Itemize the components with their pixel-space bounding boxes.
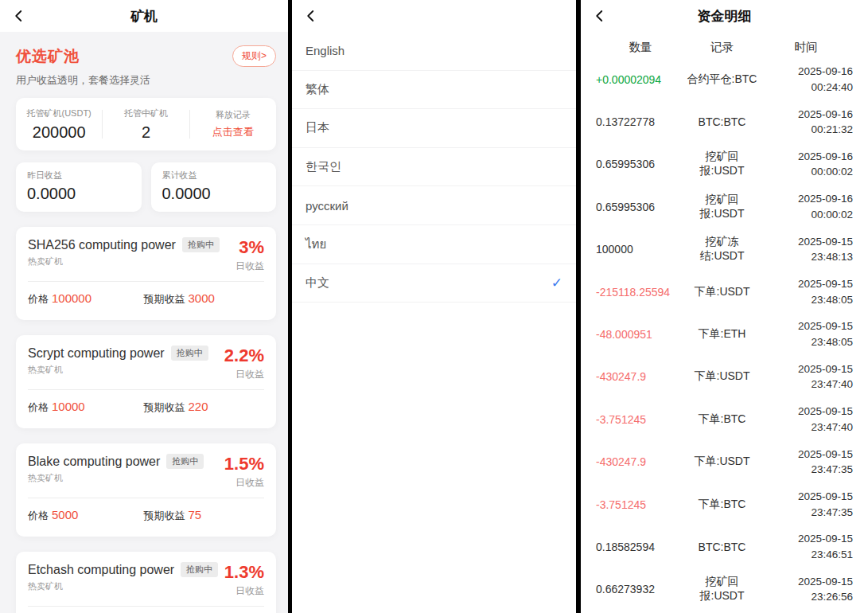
time-value: 2025-09-1523:48:13 [759,234,853,265]
pool-subtitle: 用户收益透明，套餐选择灵活 [16,73,276,88]
time-value: 2025-09-1600:00:02 [759,149,853,180]
clock-text: 00:21:32 [811,123,853,135]
clock-text: 00:00:02 [811,209,853,221]
chevron-left-icon [12,9,26,23]
back-button[interactable] [302,7,320,25]
date-text: 2025-09-16 [798,150,853,162]
daily-rate-value: 3% [235,237,264,258]
table-row: -3.751245 下单:BTC 2025-09-1523:47:35 [581,483,868,525]
mining-product-card[interactable]: Scrypt computing power 抢购中 热卖矿机 2.2% 日收益… [16,335,276,428]
time-value: 2025-09-1600:24:40 [759,64,853,95]
table-row: 0.65995306 挖矿回报:USDT 2025-09-1600:00:02 [581,143,868,185]
amount-value: -430247.9 [596,455,685,468]
language-label: 日本 [306,120,329,135]
amount-value: 0.18582594 [596,541,685,553]
price-value: 5000 [52,508,78,521]
clock-text: 23:47:40 [811,378,853,390]
language-option-traditional-chinese[interactable]: 繁体 [292,71,576,110]
mining-product-card[interactable]: Blake computing power 抢购中 热卖矿机 1.5% 日收益 … [16,443,276,537]
expected-value: 3000 [189,291,215,305]
view-release-record-link[interactable]: 点击查看 [212,125,254,139]
amount-value: -3.751245 [596,498,685,511]
table-row: +0.00002094 合约平仓:BTC 2025-09-1600:24:40 [581,58,868,100]
clock-text: 23:48:13 [811,251,853,263]
date-text: 2025-09-16 [798,65,853,77]
rules-button[interactable]: 规则> [232,45,276,67]
record-value: 挖矿回报:USDT [685,575,759,603]
clock-text: 00:24:40 [811,81,853,93]
amount-value: 0.13722778 [596,115,685,128]
card-divider [28,281,264,282]
three-screen-composite: 矿机 优选矿池 规则> 用户收益透明，套餐选择灵活 托管矿机(USDT) 200… [0,0,868,613]
mining-product-card[interactable]: SHA256 computing power 抢购中 热卖矿机 3% 日收益 价… [16,227,276,320]
back-button[interactable] [10,7,28,25]
product-subtitle: 热卖矿机 [28,580,218,592]
pool-header: 优选矿池 规则> [16,45,276,67]
language-option-english[interactable]: English [292,32,576,71]
table-row: 0.66273932 挖矿回报:USDT 2025-09-1523:26:56 [581,568,868,611]
language-list: English 繁体 日本 한국인 русский ไทย 中文 ✓ [292,32,576,303]
product-name: Scrypt computing power [28,346,165,361]
clock-text: 23:47:35 [811,463,853,475]
record-value: 下单:USDT [685,285,759,299]
status-badge: 抢购中 [182,237,220,252]
record-value: 挖矿回报:USDT [685,193,759,221]
daily-rate-value: 1.5% [224,454,264,474]
yesterday-earnings-card: 昨日收益 0.0000 [16,162,142,212]
record-value: BTC:BTC [685,541,759,553]
language-option-japanese[interactable]: 日本 [292,109,576,148]
amount-value: -215118.25594 [596,286,685,299]
date-text: 2025-09-15 [798,236,853,248]
time-value: 2025-09-1523:26:56 [759,574,853,605]
language-option-thai[interactable]: ไทย [292,225,576,264]
language-label: 中文 [306,275,329,291]
time-value: 2025-09-1523:48:05 [759,276,853,307]
record-value: 合约平仓:BTC [685,72,759,87]
date-text: 2025-09-15 [798,405,853,417]
record-column-header: 记录 [685,40,759,55]
date-text: 2025-09-15 [798,278,853,290]
language-screen: English 繁体 日本 한국인 русский ไทย 中文 ✓ [292,0,576,613]
time-value: 2025-09-1523:46:51 [759,531,853,562]
back-button[interactable] [591,7,609,25]
daily-rate-value: 2.2% [224,346,264,366]
language-option-chinese-selected[interactable]: 中文 ✓ [292,264,576,303]
status-badge: 抢购中 [181,562,218,577]
amount-value: -3.751245 [596,413,685,426]
table-row: -48.000951 下单:ETH 2025-09-1523:48:05 [581,313,868,355]
amount-column-header: 数量 [596,40,685,55]
table-row: 0.13722778 BTC:BTC 2025-09-1600:21:32 [581,100,868,143]
table-row: -430247.9 下单:USDT 2025-09-1523:47:35 [581,441,868,483]
hosting-summary-card: 托管矿机(USDT) 200000 托管中矿机 2 释放记录 点击查看 [16,98,276,150]
record-value: 下单:BTC [685,498,759,512]
language-label: ไทย [306,235,326,254]
table-row: 100000 挖矿冻结:USDT 2025-09-1523:48:13 [581,228,868,271]
expected-value: 220 [189,400,208,413]
table-row: -215118.25594 下单:USDT 2025-09-1523:48:05 [581,271,868,313]
funds-row-list: +0.00002094 合约平仓:BTC 2025-09-1600:24:40 … [581,58,868,611]
amount-value: 100000 [596,243,685,256]
clock-text: 23:48:05 [811,336,853,348]
date-text: 2025-09-15 [798,533,853,545]
page-title: 矿机 [130,7,158,25]
clock-text: 23:47:35 [811,506,853,518]
card-divider [28,498,264,498]
time-value: 2025-09-1523:47:35 [759,489,853,520]
expected-label: 预期收益 [144,292,185,306]
pool-title: 优选矿池 [16,46,80,67]
funds-header: 资金明细 [581,0,868,32]
status-badge: 抢购中 [166,454,204,469]
mining-product-card[interactable]: Etchash computing power 抢购中 热卖矿机 1.3% 日收… [16,552,276,613]
product-subtitle: 热卖矿机 [28,256,220,267]
amount-value: 0.65995306 [596,158,685,170]
miner-body: 优选矿池 规则> 用户收益透明，套餐选择灵活 托管矿机(USDT) 200000… [0,45,288,613]
record-value: BTC:BTC [685,115,759,128]
price-label: 价格 [28,509,49,523]
record-value: 下单:BTC [685,412,759,427]
time-column-header: 时间 [759,40,853,55]
yesterday-earnings-value: 0.0000 [27,185,130,203]
date-text: 2025-09-15 [798,363,853,375]
total-earnings-label: 累计收益 [162,170,266,182]
language-option-korean[interactable]: 한국인 [292,148,576,187]
language-option-russian[interactable]: русский [292,186,576,225]
